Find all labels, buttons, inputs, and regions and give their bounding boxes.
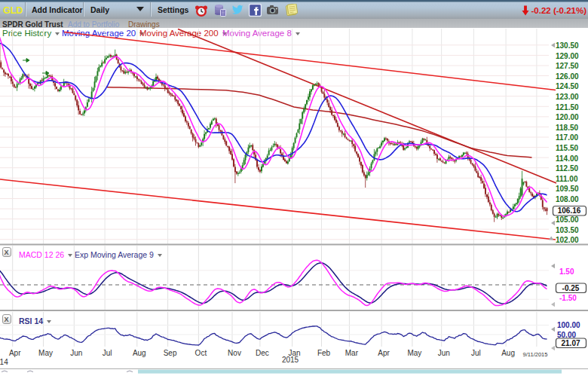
svg-text:21.07: 21.07 [561,339,580,347]
svg-text:Sep: Sep [164,349,177,357]
svg-text:117.00: 117.00 [556,133,578,142]
svg-text:50.00: 50.00 [557,331,576,339]
svg-text:127.50: 127.50 [556,62,579,70]
svg-text:118.50: 118.50 [556,124,578,132]
svg-text:May: May [407,349,421,357]
svg-text:121.50: 121.50 [556,103,579,112]
svg-text:102.00: 102.00 [556,236,579,244]
svg-text:100.00: 100.00 [557,321,580,329]
svg-text:-0.25: -0.25 [562,284,580,292]
svg-text:120.00: 120.00 [556,113,579,121]
svg-text:Aug: Aug [133,349,146,357]
svg-text:Apr: Apr [378,349,390,357]
svg-text:9/11/2015: 9/11/2015 [523,351,548,358]
svg-text:Nov: Nov [228,349,241,357]
svg-text:Dec: Dec [256,349,269,357]
svg-text:Jun: Jun [70,349,82,357]
svg-text:Oct: Oct [195,349,207,357]
svg-text:103.50: 103.50 [556,226,579,234]
svg-text:105.00: 105.00 [556,216,579,224]
svg-text:Apr: Apr [9,349,21,357]
svg-text:Jul: Jul [103,349,112,357]
svg-text:115.50: 115.50 [556,144,578,152]
svg-text:Jul: Jul [471,349,481,357]
svg-text:112.50: 112.50 [556,164,578,173]
svg-text:129.00: 129.00 [556,52,579,60]
svg-text:Aug: Aug [501,349,515,357]
svg-text:May: May [38,349,53,357]
svg-text:124.50: 124.50 [556,82,579,90]
svg-text:106.16: 106.16 [558,206,581,215]
svg-text:Jun: Jun [438,349,450,357]
svg-text:Mar: Mar [345,349,359,357]
svg-text:123.00: 123.00 [556,93,579,101]
svg-text:1.50: 1.50 [559,267,574,276]
svg-text:Feb: Feb [317,349,331,357]
svg-text:109.50: 109.50 [556,185,579,193]
svg-text:111.00: 111.00 [556,175,578,183]
svg-text:114.00: 114.00 [556,154,578,163]
svg-text:2015: 2015 [282,356,299,364]
svg-text:108.00: 108.00 [556,195,579,203]
svg-text:126.00: 126.00 [556,72,579,81]
svg-text:130.50: 130.50 [556,41,579,50]
svg-text:-1.50: -1.50 [559,294,577,302]
svg-text:2014: 2014 [0,358,8,366]
